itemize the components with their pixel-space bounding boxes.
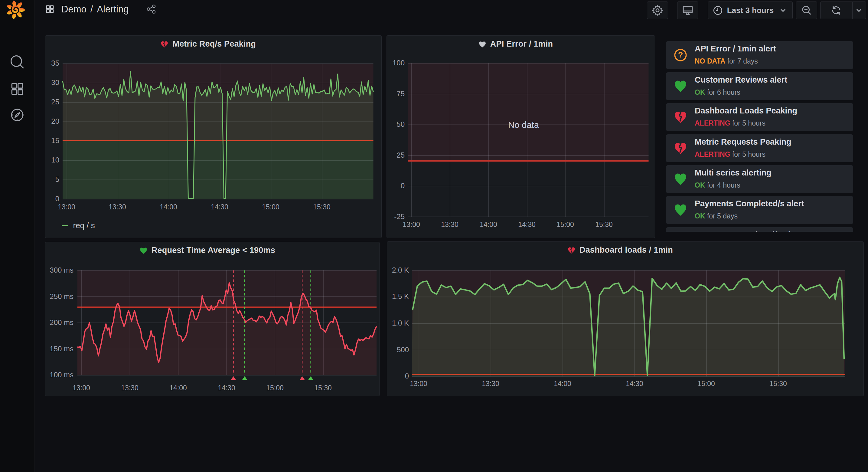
svg-text:?: ? [678, 50, 683, 59]
